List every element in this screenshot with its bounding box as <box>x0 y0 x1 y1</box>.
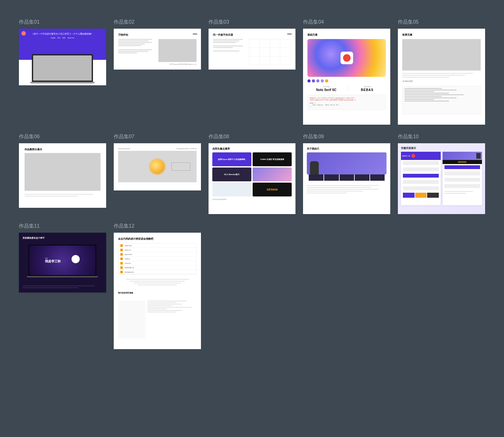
item-label: 作品集05 <box>398 19 485 26</box>
avatar-icon <box>21 31 26 36</box>
doc-title: 找一件趁手的兵器 <box>213 33 291 37</box>
thumbnail: 其实最初是长这个样子 你好 我是李三秋 <box>19 233 106 292</box>
code-block <box>402 86 481 114</box>
item-label: 作品集02 <box>114 19 201 26</box>
hero-title: 《关于一个产品设计新手为了找工作写了一个个人网站那些事》 <box>32 32 93 36</box>
text-content <box>213 39 246 65</box>
item-label: 作品集01 <box>19 19 106 26</box>
item-label: 作品集09 <box>303 133 390 140</box>
file-row: style.css <box>118 248 196 252</box>
folder-icon <box>120 253 123 256</box>
artwork <box>307 39 386 77</box>
portfolio-item-10[interactable]: 作品集10 完整页面展示 我是李三秋 <box>398 133 485 214</box>
portfolio-item-07[interactable]: 作品集07 Component:part1 Component:part2 共 … <box>114 133 201 214</box>
laptop-mockup <box>32 54 93 83</box>
thumbnail: 关于我自己 <box>303 143 390 214</box>
item-label: 作品集10 <box>398 133 485 140</box>
doc-title: 会点代码的设计师应该会很酷吧 <box>118 237 197 241</box>
laptop-mockup: 你好 我是李三秋 <box>28 245 96 277</box>
file-row: package.json <box>118 270 196 274</box>
code-block: @import url('https://fonts.googleapis.co… <box>307 95 386 110</box>
folder-icon <box>120 249 123 251</box>
menu-icon <box>193 34 197 34</box>
thumbnail: 《关于一个产品设计新手为了找工作写了一个个人网站那些事》 作品集 简历 联系 A… <box>19 29 106 85</box>
avatar-icon <box>341 52 353 64</box>
portfolio-grid: 作品集01 《关于一个产品设计新手为了找工作写了一个个人网站那些事》 作品集 简… <box>19 19 485 349</box>
item-label: 作品集03 <box>209 19 296 26</box>
page-preview: 我是李三秋 <box>401 152 440 205</box>
portfolio-item-05[interactable]: 作品集05 首屏元素 JS 部分代码 <box>398 19 485 125</box>
folder-icon <box>120 244 123 247</box>
code-content <box>147 301 197 338</box>
item-label: 作品集06 <box>19 133 106 140</box>
portfolio-item-11[interactable]: 作品集11 其实最初是长这个样子 你好 我是李三秋 <box>19 223 106 349</box>
thumbnail: 会点代码的设计师应该会很酷吧 index.html style.css abou… <box>114 233 201 349</box>
item-label: 作品集04 <box>303 19 390 26</box>
page-preview: DESIGN <box>443 152 482 205</box>
portfolio-item-03[interactable]: 作品集03 找一件趁手的兵器 <box>209 19 296 125</box>
portfolio-item-01[interactable]: 作品集01 《关于一个产品设计新手为了找工作写了一个个人网站那些事》 作品集 简… <box>19 19 106 125</box>
code-view <box>118 301 197 338</box>
image-placeholder <box>25 153 100 191</box>
doc-title: 万物伊始 <box>118 33 197 37</box>
folder-icon <box>120 271 123 273</box>
portfolio-item-09[interactable]: 作品集09 关于我自己 <box>303 133 390 214</box>
hero-nav: 作品集 简历 联系 About me <box>51 37 74 39</box>
person-silhouette <box>476 153 481 159</box>
meta-label: Component:part1 <box>118 148 130 150</box>
card: 使用Figma 制作个人作品集/网站 <box>212 152 251 166</box>
file-row: cursor.js <box>118 261 196 265</box>
subtitle: JS 部分代码 <box>402 80 481 83</box>
file-row: about.html <box>118 252 196 257</box>
avatar-icon <box>411 154 415 158</box>
doc-title: 关于我自己 <box>307 147 387 150</box>
doc-title: 基础元素 <box>307 33 386 37</box>
folder-icon <box>120 258 123 260</box>
thumbnail: Component:part1 Component:part2 共 1/5/8 … <box>114 143 201 190</box>
doc-title: 首屏元素 <box>402 33 481 37</box>
doc-title: 去阿头整点素养 <box>212 147 292 150</box>
portfolio-item-06[interactable]: 作品集06 作品集部分展示 <box>19 133 106 214</box>
doc-title: 完整页面展示 <box>401 146 482 150</box>
person-silhouette <box>310 161 319 174</box>
image-placeholder <box>158 39 196 62</box>
portfolio-item-08[interactable]: 作品集08 去阿头整点素养 使用Figma 制作个人作品集/网站 CHINA 红… <box>209 133 296 214</box>
item-label: 作品集11 <box>19 223 106 230</box>
file-row: index.html <box>118 243 196 248</box>
portfolio-item-04[interactable]: 作品集04 基础元素 中文字体 Noto Serif SC 英文字体 <box>303 19 390 125</box>
portfolio-item-12[interactable]: 作品集12 会点代码的设计师应该会很酷吧 index.html style.cs… <box>114 223 201 349</box>
card: CHINA 红绿灯 常见切换规律 <box>253 152 292 166</box>
font-specimens: 中文字体 Noto Serif SC 英文字体 BEBAS <box>307 86 386 92</box>
image-placeholder <box>402 39 481 71</box>
thumbnail: 找一件趁手的兵器 <box>209 29 296 70</box>
thumbnail: 万物伊始 PPT/Keynote/PDF/AI/网站/Figma 文件 <box>114 29 201 70</box>
file-tree <box>118 301 146 338</box>
card <box>212 183 251 196</box>
item-label: 作品集12 <box>114 223 201 230</box>
item-label: 作品集07 <box>114 133 201 140</box>
thumbnail: 首屏元素 JS 部分代码 <box>398 29 485 125</box>
table <box>249 39 291 65</box>
folder-icon <box>120 266 123 269</box>
color-palette <box>307 79 386 82</box>
file-list: index.html style.css about.html script.j… <box>118 243 197 275</box>
subtitle: 每天还在用它做啥 <box>118 292 197 294</box>
hero-image <box>307 152 387 174</box>
card: 3D.2 Blender练习 <box>212 167 251 181</box>
portfolio-item-02[interactable]: 作品集02 万物伊始 PPT/Keynote/PDF/AI/网站/Figma 文… <box>114 19 201 125</box>
item-label: 作品集08 <box>209 133 296 140</box>
meta-label: Component:part2 共 1/5/8 组 <box>176 148 197 150</box>
page-previews: 我是李三秋 DESIGN <box>401 152 482 205</box>
card <box>253 167 292 181</box>
file-row: script.js <box>118 257 196 261</box>
canvas <box>118 151 197 182</box>
orb-graphic <box>149 159 165 174</box>
thumbnail: 去阿头整点素养 使用Figma 制作个人作品集/网站 CHINA 红绿灯 常见切… <box>209 143 296 214</box>
doc-title: 作品集部分展示 <box>25 148 100 151</box>
avatar-icon <box>72 255 80 263</box>
card-grid: 使用Figma 制作个人作品集/网站 CHINA 红绿灯 常见切换规律 3D.2… <box>212 152 292 196</box>
menu-icon <box>287 34 292 34</box>
doc-title: 其实最初是长这个样子 <box>23 236 102 240</box>
thumbnail: 作品集部分展示 <box>19 143 106 208</box>
folder-icon <box>120 262 123 264</box>
